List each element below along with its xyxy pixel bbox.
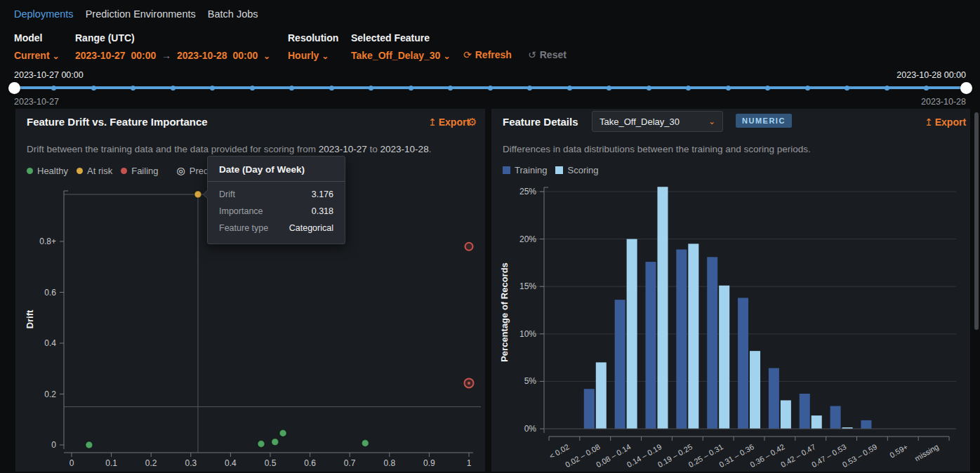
chevron-down-icon: ⌄	[322, 51, 329, 61]
selected-feature-label: Selected Feature	[351, 32, 450, 44]
slider-tick-dot[interactable]	[845, 86, 849, 91]
slider-tick-dot[interactable]	[329, 86, 334, 91]
slider-end-label: 2023-10-28 00:00	[896, 70, 966, 80]
scatter-point-healthy[interactable]	[362, 439, 369, 446]
histogram-bar-scoring[interactable]	[812, 415, 822, 429]
resolution-control: Resolution Hourly⌄	[288, 32, 338, 61]
histogram-bar-training[interactable]	[830, 406, 841, 429]
x-tick-label: 0.5	[265, 458, 277, 468]
slider-start-date: 2023-10-27	[14, 97, 59, 107]
slider-end-date: 2023-10-28	[921, 97, 966, 107]
slider-tick-dot[interactable]	[289, 86, 294, 91]
model-control: Model Current⌄	[14, 32, 60, 61]
histogram-bar-scoring[interactable]	[750, 351, 760, 429]
slider-tick-dot[interactable]	[51, 86, 56, 91]
y-tick-label: 0	[51, 440, 56, 450]
x-tick-label: 0.1	[105, 458, 117, 468]
selected-feature-dropdown[interactable]: Take_Off_Delay_30⌄	[351, 50, 450, 61]
histogram-bar-training[interactable]	[645, 262, 656, 429]
slider-tick-dot[interactable]	[567, 86, 572, 91]
histogram-bar-scoring[interactable]	[657, 187, 668, 429]
histogram-bar-scoring[interactable]	[596, 362, 607, 429]
y-axis-title: Drift	[25, 309, 35, 328]
slider-tick-dot[interactable]	[171, 86, 176, 91]
histogram-bar-training[interactable]	[615, 300, 625, 429]
slider-tick-dot[interactable]	[607, 86, 611, 91]
nav-tab-deployments[interactable]: Deployments	[14, 8, 74, 20]
x-category-label: 0.59+	[888, 442, 909, 459]
slider-tick-dot[interactable]	[409, 86, 413, 91]
histogram-bar-training[interactable]	[584, 389, 595, 429]
slider-tick-dot[interactable]	[448, 86, 453, 91]
slider-handle-end[interactable]	[960, 82, 972, 94]
selected-feature-control: Selected Feature Take_Off_Delay_30⌄	[351, 32, 450, 61]
model-dropdown[interactable]: Current⌄	[14, 50, 60, 61]
y-tick-label: 25%	[519, 187, 536, 196]
slider-tick-dot[interactable]	[647, 86, 651, 91]
feature-histogram-chart[interactable]: 0%5%10%15%20%25%Percentage of Records< 0…	[491, 109, 970, 472]
page-scrollbar[interactable]	[974, 112, 979, 330]
y-tick-label: 0.8+	[39, 236, 56, 246]
slider-tick-dot[interactable]	[765, 86, 770, 91]
slider-handle-start[interactable]	[8, 82, 20, 94]
slider-tick-dot[interactable]	[131, 86, 135, 91]
slider-tick-dot[interactable]	[91, 86, 96, 91]
slider-tick-dot[interactable]	[250, 86, 255, 91]
slider-tick-dot[interactable]	[369, 86, 373, 91]
slider-tick-dot[interactable]	[686, 86, 691, 91]
reset-button[interactable]: ↺Reset	[528, 49, 567, 60]
arrow-right-icon: →	[159, 50, 174, 61]
range-from-date: 2023-10-27	[75, 50, 126, 61]
deployment-dashboard: Deployments Prediction Environments Batc…	[0, 0, 980, 473]
histogram-bar-scoring[interactable]	[627, 239, 637, 429]
histogram-bar-training[interactable]	[707, 257, 717, 429]
slider-start-label: 2023-10-27 00:00	[14, 70, 84, 80]
scatter-point-failing[interactable]	[465, 243, 473, 251]
histogram-bar-scoring[interactable]	[781, 400, 791, 429]
histogram-bar-training[interactable]	[676, 249, 687, 429]
nav-tab-prediction-environments[interactable]: Prediction Environments	[86, 8, 196, 20]
x-tick-label: 0.6	[304, 458, 316, 468]
drift-tooltip: Date (Day of Week) Drift3.176 Importance…	[207, 156, 345, 244]
slider-tick-dot[interactable]	[805, 86, 810, 91]
y-tick-label: 0.6	[44, 288, 56, 298]
scatter-point-healthy[interactable]	[279, 429, 286, 437]
refresh-icon: ⟳	[463, 49, 472, 60]
scatter-point-healthy[interactable]	[258, 441, 265, 448]
x-tick-label: 0.8	[383, 458, 395, 468]
time-slider-track[interactable]	[14, 86, 966, 89]
x-tick-label: 0	[69, 458, 74, 468]
y-tick-label: 20%	[519, 234, 536, 244]
histogram-bar-training[interactable]	[861, 420, 871, 429]
range-dropdown[interactable]: 2023-10-27 00:00 → 2023-10-28 00:00 ⌄	[75, 50, 270, 61]
slider-tick-dot[interactable]	[924, 86, 929, 91]
refresh-button[interactable]: ⟳Refresh	[463, 49, 512, 60]
range-from-time: 00:00	[131, 50, 156, 61]
slider-tick-dot[interactable]	[726, 86, 731, 91]
histogram-bar-scoring[interactable]	[688, 244, 698, 429]
scatter-point-healthy[interactable]	[272, 439, 279, 446]
top-nav: Deployments Prediction Environments Batc…	[14, 8, 258, 20]
resolution-dropdown[interactable]: Hourly⌄	[288, 50, 338, 61]
y-tick-label: 0%	[524, 424, 537, 434]
x-tick-label: 0.2	[145, 458, 157, 468]
histogram-bar-training[interactable]	[769, 368, 779, 429]
histogram-bar-training[interactable]	[738, 298, 748, 429]
chevron-down-icon: ⌄	[443, 51, 450, 61]
x-category-label: 0.53 – 0.59	[841, 442, 879, 469]
y-tick-label: 10%	[519, 329, 536, 339]
model-label: Model	[14, 32, 60, 44]
histogram-bar-training[interactable]	[800, 394, 810, 429]
scatter-point-healthy[interactable]	[86, 441, 93, 448]
slider-tick-dot[interactable]	[488, 86, 493, 91]
y-tick-label: 0.2	[44, 389, 56, 399]
nav-tab-batch-jobs[interactable]: Batch Jobs	[208, 8, 258, 20]
feature-drift-panel: Feature Drift vs. Feature Importance ↥Ex…	[15, 109, 485, 472]
slider-tick-dot[interactable]	[885, 86, 889, 91]
histogram-bar-scoring[interactable]	[719, 286, 729, 429]
slider-tick-dot[interactable]	[210, 86, 215, 91]
scatter-point-at-risk[interactable]	[194, 191, 201, 198]
range-to-date: 2023-10-28	[177, 50, 227, 61]
scatter-point-prediction-center	[468, 382, 470, 385]
slider-tick-dot[interactable]	[527, 86, 532, 91]
